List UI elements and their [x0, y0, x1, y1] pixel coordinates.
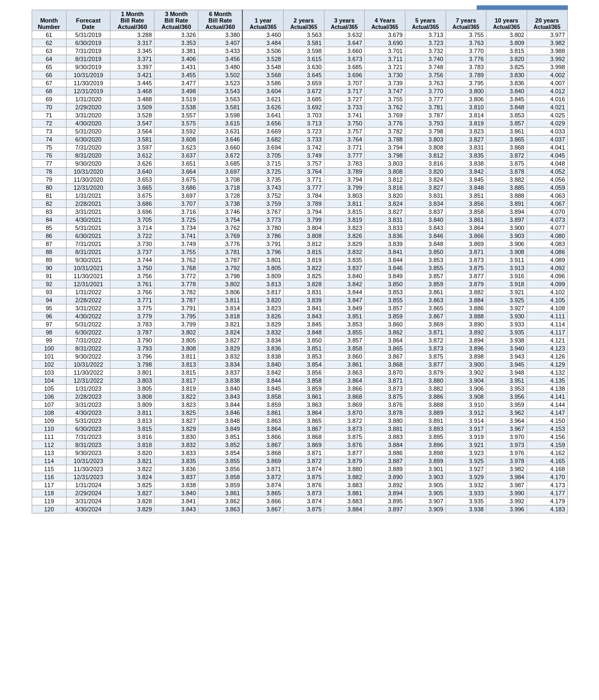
- cell-value: 3.730: [110, 240, 154, 248]
- col-1month-header: 1 MonthBill RateActual/360: [110, 10, 154, 31]
- table-row: 877/31/20213.7303.7493.7763.7913.8123.82…: [32, 240, 567, 248]
- cell-value: 3.460: [242, 31, 283, 39]
- cell-value: 3.755: [446, 31, 486, 39]
- cell-date: 10/31/2019: [66, 71, 110, 79]
- cell-value: 3.814: [446, 111, 486, 120]
- cell-value: 3.788: [365, 136, 405, 144]
- cell-value: 3.421: [110, 71, 154, 79]
- cell-value: 3.814: [198, 304, 243, 312]
- table-row: 899/30/20213.7443.7623.7873.8013.8193.83…: [32, 256, 567, 264]
- cell-value: 3.819: [154, 385, 198, 393]
- cell-date: 11/30/2022: [66, 369, 110, 377]
- cell-value: 3.829: [242, 321, 283, 329]
- cell-value: 3.564: [110, 128, 154, 136]
- cell-date: 6/30/2023: [66, 425, 110, 433]
- cell-value: 4.173: [527, 481, 567, 489]
- cell-value: 4.126: [527, 353, 567, 361]
- cell-month-number: 119: [32, 497, 66, 505]
- cell-value: 3.598: [198, 111, 243, 120]
- cell-value: 3.853: [284, 353, 324, 361]
- cell-value: 3.858: [324, 345, 365, 353]
- cell-value: 3.875: [446, 264, 486, 272]
- cell-value: 3.858: [446, 208, 486, 216]
- cell-value: 3.869: [242, 457, 283, 465]
- cell-value: 3.882: [324, 473, 365, 481]
- cell-value: 3.873: [365, 385, 405, 393]
- cell-value: 4.070: [527, 208, 567, 216]
- cell-month-number: 80: [32, 184, 66, 192]
- col-7year-header: 7 yearsActual/365: [446, 10, 486, 31]
- col-4year-header: 4 YearsActual/365: [365, 10, 405, 31]
- cell-value: 3.844: [324, 288, 365, 296]
- cell-value: 3.878: [486, 168, 527, 176]
- cell-value: 3.844: [242, 377, 283, 385]
- table-row: 10311/30/20223.8013.8153.8373.8423.8563.…: [32, 369, 567, 377]
- cell-value: 3.846: [405, 232, 446, 240]
- cell-value: 3.878: [365, 409, 405, 417]
- cell-value: 3.868: [486, 144, 527, 152]
- cell-value: 3.875: [405, 353, 446, 361]
- cell-value: 3.798: [405, 128, 446, 136]
- cell-value: 3.717: [324, 87, 365, 95]
- cell-value: 3.843: [405, 224, 446, 232]
- cell-value: 3.547: [110, 120, 154, 128]
- cell-value: 3.759: [242, 200, 283, 208]
- cell-date: 2/28/2022: [66, 296, 110, 304]
- cell-date: 9/30/2020: [66, 160, 110, 168]
- cell-date: 7/31/2023: [66, 433, 110, 441]
- cell-value: 3.768: [154, 264, 198, 272]
- cell-value: 3.640: [110, 168, 154, 176]
- cell-value: 3.861: [242, 409, 283, 417]
- cell-value: 3.929: [446, 473, 486, 481]
- cell-value: 3.812: [405, 152, 446, 160]
- cell-value: 3.820: [110, 449, 154, 457]
- cell-value: 3.869: [284, 441, 324, 449]
- cell-value: 3.794: [365, 144, 405, 152]
- cell-value: 3.380: [198, 31, 243, 39]
- cell-month-number: 85: [32, 224, 66, 232]
- cell-value: 3.820: [242, 296, 283, 304]
- table-row: 888/31/20213.7373.7553.7813.7963.8153.83…: [32, 248, 567, 256]
- cell-value: 3.750: [110, 264, 154, 272]
- cell-value: 3.840: [486, 87, 527, 95]
- cell-value: 3.789: [284, 200, 324, 208]
- cell-value: 3.851: [324, 312, 365, 321]
- cell-value: 3.808: [284, 232, 324, 240]
- cell-value: 3.956: [486, 393, 527, 401]
- cell-date: 8/31/2023: [66, 441, 110, 449]
- cell-value: 3.776: [198, 240, 243, 248]
- cell-value: 3.804: [284, 224, 324, 232]
- cell-value: 4.114: [527, 321, 567, 329]
- table-row: 811/31/20213.6753.6973.7283.7523.7843.80…: [32, 192, 567, 200]
- cell-value: 3.835: [324, 256, 365, 264]
- cell-value: 3.861: [284, 393, 324, 401]
- cell-value: 3.825: [486, 63, 527, 71]
- cell-value: 3.770: [405, 87, 446, 95]
- cell-value: 4.086: [527, 248, 567, 256]
- cell-month-number: 88: [32, 248, 66, 256]
- cell-value: 3.880: [324, 465, 365, 473]
- cell-value: 3.763: [446, 39, 486, 47]
- table-row: 1171/31/20243.8253.8383.8593.8743.8763.8…: [32, 481, 567, 489]
- cell-date: 9/30/2021: [66, 256, 110, 264]
- cell-value: 3.834: [242, 337, 283, 345]
- cell-month-number: 69: [32, 95, 66, 103]
- cell-value: 3.685: [284, 95, 324, 103]
- table-row: 779/30/20203.6263.6513.6853.7153.7573.78…: [32, 160, 567, 168]
- cell-value: 3.498: [154, 87, 198, 95]
- cell-value: 3.849: [324, 304, 365, 312]
- cell-value: 3.845: [446, 176, 486, 184]
- cell-value: 4.162: [527, 449, 567, 457]
- cell-value: 3.816: [365, 184, 405, 192]
- cell-value: 3.824: [405, 176, 446, 184]
- table-row: 8012/31/20203.6653.6863.7183.7433.7773.7…: [32, 184, 567, 192]
- cell-value: 3.783: [446, 63, 486, 71]
- cell-value: 3.771: [284, 176, 324, 184]
- cell-value: 3.824: [110, 473, 154, 481]
- cell-date: 11/30/2021: [66, 272, 110, 280]
- cell-value: 3.872: [324, 417, 365, 425]
- cell-value: 3.840: [405, 216, 446, 224]
- cell-value: 3.846: [198, 409, 243, 417]
- cell-value: 3.903: [486, 232, 527, 240]
- cell-value: 3.519: [154, 95, 198, 103]
